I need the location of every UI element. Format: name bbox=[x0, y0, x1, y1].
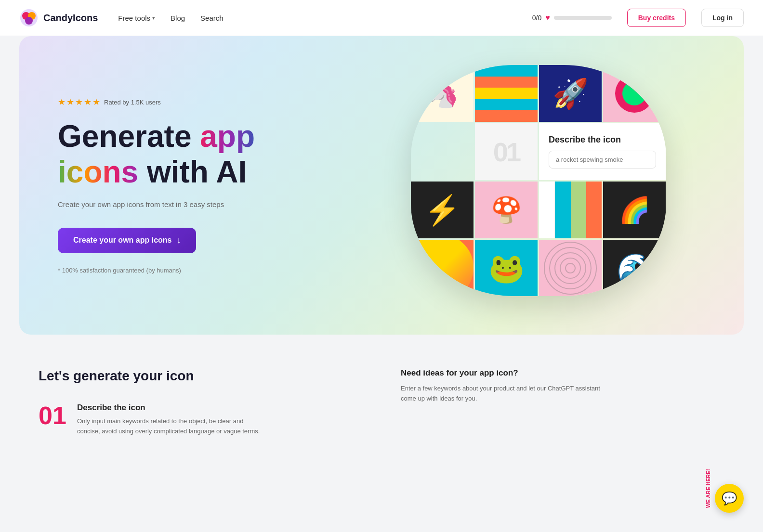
wave-cell-top: 🌈 bbox=[603, 182, 666, 238]
logo-area[interactable]: CandyIcons bbox=[19, 8, 98, 27]
bottom-left: Let's generate your icon 01 Describe the… bbox=[39, 368, 362, 437]
concentric-circles-cell bbox=[539, 240, 602, 296]
satisfaction-text: * 100% satisfaction guaranteed (by human… bbox=[58, 267, 382, 274]
frog-cell: 🐸 bbox=[475, 240, 538, 296]
bottom-right: Need ideas for your app icon? Enter a fe… bbox=[401, 368, 724, 437]
credits-count: 0/0 bbox=[532, 14, 541, 22]
nav-search[interactable]: Search bbox=[200, 14, 224, 22]
we-are-here-label: We Are Here! bbox=[705, 469, 711, 508]
step-desc: Only input main keywords related to the … bbox=[77, 416, 260, 437]
stripes-cell bbox=[475, 65, 538, 122]
orange-stripe-v2 bbox=[586, 182, 602, 238]
logo-text: CandyIcons bbox=[43, 13, 98, 24]
step-row: 01 Describe the icon Only input main key… bbox=[39, 403, 362, 437]
svg-point-3 bbox=[25, 17, 33, 25]
rocket-icon-cell: 🚀 bbox=[539, 65, 602, 122]
ideas-title: Need ideas for your app icon? bbox=[401, 368, 724, 378]
star-2: ★ bbox=[66, 97, 74, 107]
hero-right: 🦄 🚀 bbox=[382, 65, 705, 306]
stars: ★ ★ ★ ★ ★ bbox=[58, 97, 100, 107]
hero-title: Generate app icons with AI bbox=[58, 119, 382, 190]
orange-stripe-2 bbox=[475, 110, 538, 122]
green-dot bbox=[622, 81, 646, 105]
star-4: ★ bbox=[84, 97, 92, 107]
pink-circle-cell bbox=[603, 65, 666, 122]
wave-blob-cell: 🌊 bbox=[603, 240, 666, 296]
flame-cell: ⚡ bbox=[411, 182, 474, 238]
yellow-stripe bbox=[475, 88, 538, 99]
stars-row: ★ ★ ★ ★ ★ Rated by 1.5K users bbox=[58, 97, 382, 107]
hero-subtitle: Create your own app icons from text in 3… bbox=[58, 199, 382, 210]
describe-input[interactable] bbox=[549, 151, 656, 169]
rated-text: Rated by 1.5K users bbox=[104, 99, 161, 106]
pink-bg-cell: 🍄 bbox=[475, 182, 538, 238]
orange-stripe bbox=[475, 77, 538, 88]
rainbow-cell bbox=[411, 240, 474, 296]
describe-title: Describe the icon bbox=[549, 135, 621, 145]
login-button[interactable]: Log in bbox=[701, 9, 744, 27]
green-stripe-v bbox=[571, 182, 586, 238]
create-icons-button[interactable]: Create your own app icons ↓ bbox=[58, 228, 196, 253]
credits-area: 0/0 ♥ bbox=[532, 13, 612, 22]
credits-progress-bar bbox=[554, 16, 612, 20]
icon-grid: 🦄 🚀 bbox=[411, 65, 666, 296]
nav-free-tools[interactable]: Free tools ▾ bbox=[118, 14, 155, 22]
star-5: ★ bbox=[92, 97, 100, 107]
hero-section: ★ ★ ★ ★ ★ Rated by 1.5K users Generate a… bbox=[19, 36, 744, 335]
star-1: ★ bbox=[58, 97, 66, 107]
icon-collage-wrapper: 🦄 🚀 bbox=[411, 65, 676, 306]
bottom-section: Let's generate your icon 01 Describe the… bbox=[0, 335, 763, 456]
star-3: ★ bbox=[75, 97, 83, 107]
pink-circle-inner bbox=[615, 74, 654, 113]
navbar: CandyIcons Free tools ▾ Blog Search 0/0 … bbox=[0, 0, 763, 36]
describe-box-cell[interactable]: Describe the icon bbox=[539, 123, 666, 180]
teal-stripe bbox=[475, 65, 538, 77]
nav-blog[interactable]: Blog bbox=[171, 14, 185, 22]
unicorn-icon-cell: 🦄 bbox=[411, 65, 474, 122]
ideas-desc: Enter a few keywords about your product … bbox=[401, 384, 603, 404]
teal-stripe-v bbox=[555, 182, 570, 238]
chevron-down-icon: ▾ bbox=[152, 15, 155, 21]
heart-icon: ♥ bbox=[545, 13, 550, 22]
number-cell: 01 bbox=[475, 123, 538, 180]
vertical-stripes-cell bbox=[539, 182, 602, 238]
chat-widget[interactable]: We Are Here! 💬 bbox=[705, 469, 744, 513]
white-stripe-v bbox=[539, 182, 555, 238]
step-content: Describe the icon Only input main keywor… bbox=[77, 403, 260, 437]
logo-icon bbox=[19, 8, 39, 27]
chat-bubble-icon: 💬 bbox=[722, 491, 737, 506]
step-heading: Describe the icon bbox=[77, 403, 260, 413]
teal-stripe-2 bbox=[475, 99, 538, 111]
arc-shape bbox=[411, 240, 474, 296]
hero-word-app: app bbox=[200, 119, 255, 154]
cc-ring-5 bbox=[565, 263, 576, 273]
buy-credits-button[interactable]: Buy credits bbox=[627, 9, 686, 27]
hero-left: ★ ★ ★ ★ ★ Rated by 1.5K users Generate a… bbox=[58, 97, 382, 274]
squares-cell bbox=[411, 123, 474, 180]
chat-badge[interactable]: 💬 bbox=[715, 484, 744, 513]
arrow-down-icon: ↓ bbox=[176, 235, 181, 246]
hero-word-icons: icons bbox=[58, 155, 138, 189]
section-title: Let's generate your icon bbox=[39, 368, 362, 384]
step-number: 01 bbox=[39, 403, 67, 428]
